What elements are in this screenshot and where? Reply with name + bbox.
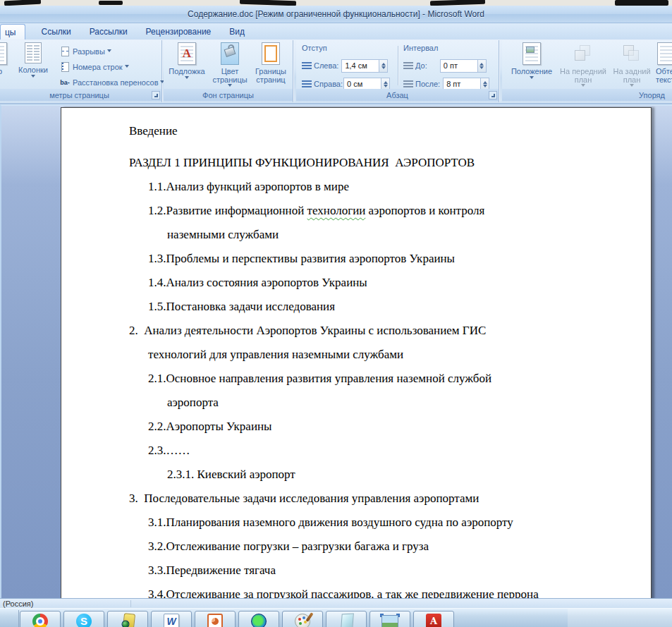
tab-mailings[interactable]: Рассылки: [80, 24, 137, 39]
page-color-button[interactable]: Цвет страницы: [209, 42, 251, 89]
skype-icon: S: [76, 614, 92, 627]
spacing-after-icon: [403, 80, 413, 88]
doc-line[interactable]: 1.4.Анализ состояния аэропортов Украины: [61, 271, 651, 295]
indent-left-label: Слева:: [314, 61, 338, 70]
doc-line[interactable]: 1.5.Постановка задачи исследования: [61, 295, 651, 319]
language-indicator[interactable]: (Россия): [0, 599, 33, 608]
window-titlebar[interactable]: Содержание.doc [Режим ограниченной функц…: [0, 6, 672, 23]
spacing-after-label: После:: [415, 80, 440, 88]
doc-line[interactable]: 2.3.1. Киевский аэропорт: [61, 463, 651, 487]
spacing-before-spinner[interactable]: [477, 60, 486, 72]
taskbar-button-globe-app[interactable]: [238, 611, 279, 627]
page-borders-icon: [262, 42, 280, 65]
watermark-button[interactable]: A Подложка: [166, 42, 207, 89]
doc-line[interactable]: 3.4.Отслеживание за погрузкой пассажиров…: [61, 583, 651, 598]
page-setup-dialog-launcher[interactable]: [152, 91, 160, 99]
desktop-fragment: [99, 1, 123, 5]
doc-line[interactable]: наземными службами: [61, 223, 651, 247]
chevron-down-icon: [630, 84, 634, 89]
indent-right-label: Справа:: [314, 80, 343, 88]
tab-review[interactable]: Рецензирование: [137, 24, 221, 39]
tab-view[interactable]: Вид: [220, 24, 254, 39]
position-icon: [523, 42, 541, 65]
adobe-reader-icon: A: [426, 614, 441, 627]
taskbar-button-word[interactable]: W: [151, 611, 192, 627]
indent-left-input[interactable]: 1,4 см: [341, 59, 388, 73]
character-app-icon: [122, 613, 135, 627]
chevron-down-icon: [530, 76, 534, 81]
send-to-back-button[interactable]: На задний план: [609, 42, 654, 89]
desktop-fragment: [430, 0, 485, 6]
indent-left-spinner[interactable]: [379, 60, 387, 72]
doc-line[interactable]: РАЗДЕЛ 1 ПРИНЦИПЫ ФУНКЦИОНИРОВАНИЯ АЭРОП…: [61, 151, 651, 175]
doc-line[interactable]: технологий для управления наземными служ…: [61, 343, 651, 367]
divider: [18, 610, 19, 627]
doc-line[interactable]: 1.1.Анализ функций аэропортов в мире: [61, 175, 651, 199]
bring-to-front-icon: [573, 44, 594, 65]
group-page-setup: ер Колонки Разрывы Номера строк bа- Расс…: [0, 40, 162, 102]
line-numbers-button[interactable]: Номера строк: [59, 59, 164, 75]
tab-page-layout-partial[interactable]: цы: [0, 24, 25, 39]
divider: [398, 46, 398, 85]
group-page-background: A Подложка Цвет страницы Границы страниц…: [164, 40, 293, 102]
indent-title: Отступ: [302, 44, 327, 52]
hyphenation-button[interactable]: bа- Расстановка переносов: [59, 75, 164, 90]
taskbar-button-notepad[interactable]: [326, 611, 367, 627]
watermark-icon: A: [178, 42, 196, 65]
group-paragraph: Отступ Интервал Слева: 1,4 см Справа: 0 …: [296, 40, 499, 102]
divider: [130, 600, 131, 607]
text-wrap-button-partial[interactable]: Обтек тексто: [656, 42, 672, 89]
spacing-before-icon: [403, 62, 413, 70]
page-size-button-partial[interactable]: ер: [0, 42, 8, 89]
doc-line[interactable]: 1.2.Развитие информационной технологии а…: [61, 199, 651, 223]
doc-line[interactable]: Введение: [61, 119, 651, 143]
page-break-icon: [59, 46, 71, 57]
doc-line[interactable]: 1.3.Проблемы и перспективы развития аэро…: [61, 247, 651, 271]
line-numbers-icon: [59, 61, 71, 73]
desktop-fragment: [4, 0, 41, 6]
spellcheck-squiggle-word: технологии: [307, 204, 366, 217]
doc-line[interactable]: 2.2.Аэропорты Украины: [61, 415, 651, 439]
group-label-page-setup: метры страницы: [0, 89, 161, 101]
taskbar-button-powerpoint[interactable]: [195, 611, 236, 627]
doc-line[interactable]: 3.1.Планирования наземного движения возд…: [61, 511, 651, 535]
chevron-down-icon: [581, 84, 585, 89]
taskbar-button-character-app[interactable]: [107, 611, 148, 627]
doc-line[interactable]: 3. Последовательные задачи исследования …: [61, 487, 651, 511]
taskbar-button-skype[interactable]: S: [63, 611, 104, 627]
ribbon-tab-bar: цы Ссылки Рассылки Рецензирование Вид: [0, 23, 672, 39]
document-page[interactable]: Введение РАЗДЕЛ 1 ПРИНЦИПЫ ФУНКЦИОНИРОВА…: [61, 107, 652, 598]
tab-references[interactable]: Ссылки: [32, 24, 80, 39]
doc-line[interactable]: аэропорта: [61, 391, 651, 415]
columns-button[interactable]: Колонки: [13, 42, 54, 89]
word-icon: W: [164, 614, 179, 627]
doc-line[interactable]: 3.2.Отслеживание погрузки – разгрузки ба…: [61, 535, 651, 559]
taskbar-button-photo-viewer[interactable]: [369, 611, 410, 627]
notepad-icon: [341, 613, 354, 627]
taskbar-button-paint[interactable]: [282, 611, 323, 627]
window-title: Содержание.doc [Режим ограниченной функц…: [188, 9, 484, 19]
chevron-down-icon: [31, 75, 35, 80]
group-label-paragraph: Абзац: [296, 89, 499, 101]
doc-line[interactable]: 2. Анализ деятельности Аэропортов Украин…: [61, 319, 651, 343]
page-borders-button[interactable]: Границы страниц: [251, 42, 291, 89]
doc-line[interactable]: 2.1.Основное направления развития управл…: [61, 367, 651, 391]
spacing-after-spinner[interactable]: [480, 78, 489, 90]
send-to-back-icon: [621, 44, 642, 65]
page-size-icon: [0, 42, 7, 65]
taskbar-button-chrome[interactable]: [20, 611, 61, 627]
indent-right-spinner[interactable]: [381, 78, 389, 90]
bring-to-front-button[interactable]: На передний план: [558, 42, 608, 89]
doc-line[interactable]: 2.3.……: [61, 439, 651, 463]
spacing-before-input[interactable]: 0 пт: [440, 59, 487, 73]
taskbar-empty-area: [568, 609, 672, 627]
status-bar: (Россия): [0, 598, 672, 608]
paint-icon: [295, 614, 310, 627]
breaks-button[interactable]: Разрывы: [59, 44, 164, 59]
ribbon: ер Колонки Разрывы Номера строк bа- Расс…: [0, 39, 672, 104]
position-button[interactable]: Положение: [506, 42, 557, 89]
page-color-icon: [221, 42, 239, 65]
taskbar-button-adobe-reader[interactable]: A: [413, 611, 454, 627]
paragraph-dialog-launcher[interactable]: [489, 91, 497, 99]
doc-line[interactable]: 3.3.Передвижение тягача: [61, 559, 651, 583]
